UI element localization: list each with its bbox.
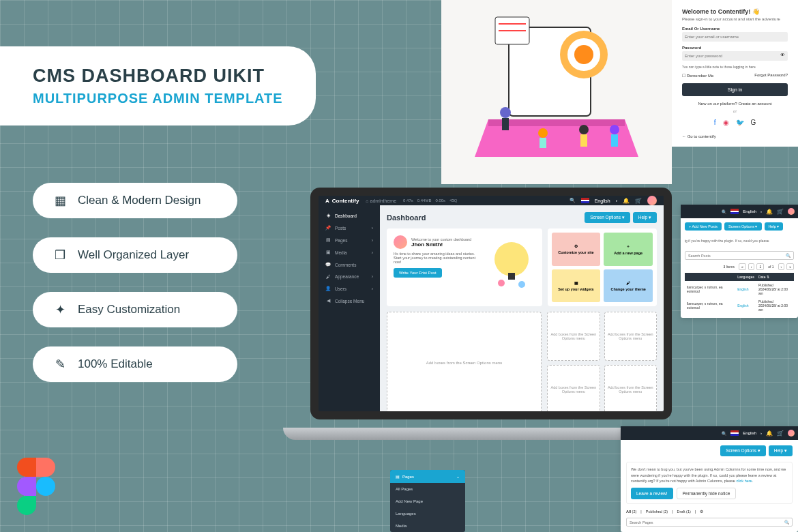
sidebar-item-dashboard[interactable]: ◈Dashboard — [319, 209, 380, 222]
login-title: Welcome to Contentify! 👋 — [682, 8, 788, 15]
help-button[interactable]: Help ▾ — [633, 212, 657, 223]
remember-checkbox[interactable]: ☐ Remember Me — [682, 73, 713, 78]
chevron-right-icon: › — [372, 250, 373, 255]
prev-page[interactable]: ‹ — [748, 263, 755, 270]
feature-label: Clean & Modern Design — [78, 194, 201, 207]
page-num[interactable]: 1 — [756, 263, 764, 270]
stat: 0.00s — [435, 198, 445, 203]
empty-box[interactable]: Add boxes from the Screen Options menu — [604, 365, 657, 414]
tile-customize[interactable]: ⚙Customize your site — [552, 233, 601, 266]
filter-all[interactable]: All (2) — [626, 509, 636, 514]
bell-icon[interactable]: 🔔 — [766, 208, 773, 215]
filter-draft[interactable]: Draft (1) — [677, 509, 691, 514]
avatar[interactable] — [788, 430, 795, 437]
twitter-icon[interactable]: 🐦 — [736, 119, 744, 126]
forgot-link[interactable]: Forgot Password? — [754, 73, 788, 78]
empty-box[interactable]: Add boxes from the Screen Options menu — [604, 312, 657, 361]
tile-add-page[interactable]: ＋Add a new page — [604, 233, 653, 266]
search-icon[interactable]: 🔍 — [784, 520, 789, 524]
leave-review-button[interactable]: Leave a review! — [631, 488, 673, 499]
facebook-icon[interactable]: f — [714, 119, 716, 126]
lang-select[interactable]: English — [743, 209, 756, 213]
dropdown-item[interactable]: Add New Page — [390, 495, 465, 507]
screen-options-button[interactable]: Screen Options ▾ — [724, 222, 761, 231]
stat: 0.47s — [403, 198, 413, 203]
search-pages[interactable]: 🔍 — [626, 518, 793, 527]
svg-point-17 — [498, 280, 505, 286]
next-page[interactable]: › — [778, 263, 785, 270]
sidebar-item-appearance[interactable]: 🖌Appearance› — [319, 271, 380, 282]
empty-box[interactable]: Add boxes from the Screen Options menu — [547, 312, 600, 361]
gear-icon[interactable]: ⚙ — [700, 509, 703, 514]
col-date[interactable]: Date ⇅ — [756, 273, 794, 281]
filter-published[interactable]: Published (2) — [646, 509, 668, 514]
back-link[interactable]: ← Go to contentify — [682, 134, 788, 138]
welcome-avatar — [394, 235, 407, 249]
tile-theme[interactable]: 🖌Change your theme — [604, 269, 653, 302]
cell-lang[interactable]: English — [735, 297, 756, 314]
dropdown-item[interactable]: All Pages — [390, 483, 465, 495]
search-icon[interactable]: 🔍 — [722, 209, 726, 214]
search-icon[interactable]: 🔍 — [786, 253, 790, 258]
sidebar-item-pages[interactable]: ▤Pages› — [319, 234, 380, 246]
email-input[interactable] — [682, 32, 788, 42]
help-button[interactable]: Help ▾ — [769, 445, 793, 456]
svg-point-8 — [500, 107, 511, 118]
sidebar-item-posts[interactable]: 📌Posts› — [319, 222, 380, 234]
chevron-right-icon: › — [372, 274, 373, 279]
cart-icon[interactable]: 🛒 — [777, 208, 784, 215]
svg-point-10 — [538, 128, 548, 138]
search-icon[interactable]: 🔍 — [722, 431, 726, 436]
col-lang[interactable]: Languages — [735, 273, 756, 281]
search-icon[interactable]: 🔍 — [570, 198, 576, 203]
screen-options-button[interactable]: Screen Options ▾ — [585, 212, 630, 223]
cell-text: llamcorper, s rutrum, ea euismod — [685, 297, 735, 314]
welcome-label: Welcome to your custom dashboard — [411, 237, 471, 241]
dropdown-item[interactable]: Media — [390, 520, 465, 532]
add-posts-button[interactable]: + Add New Posts — [685, 222, 722, 231]
empty-box[interactable]: Add boxes from the Screen Options menu — [547, 365, 600, 414]
hide-notice-button[interactable]: Permanently hide notice — [677, 488, 737, 499]
lang-select[interactable]: English — [595, 198, 610, 203]
avatar[interactable] — [788, 208, 795, 215]
chevron-right-icon: › — [372, 226, 373, 231]
google-icon[interactable]: G — [751, 119, 756, 126]
instagram-icon[interactable]: ◉ — [723, 119, 729, 126]
password-input[interactable] — [682, 51, 788, 61]
cart-icon[interactable]: 🛒 — [635, 197, 642, 204]
edit-icon: ✎ — [52, 356, 68, 372]
sidebar-item-comments[interactable]: 💬Comments — [319, 258, 380, 271]
bell-icon[interactable]: 🔔 — [623, 197, 630, 204]
items-count: 3 Items — [722, 264, 737, 269]
posts-table: LanguagesDate ⇅ llamcorper, s rutrum, ea… — [685, 273, 794, 314]
sidebar-item-users[interactable]: 👤Users› — [319, 282, 380, 295]
sidebar: ◈Dashboard 📌Posts› ▤Pages› ▣Media› 💬Comm… — [319, 205, 380, 419]
site-link[interactable]: admintheme — [370, 198, 397, 203]
cart-icon[interactable]: 🛒 — [777, 430, 784, 437]
tile-widgets[interactable]: ▦Set up your widgets — [552, 269, 601, 302]
help-button[interactable]: Help ▾ — [765, 222, 784, 231]
gear-icon: ⚙ — [574, 244, 578, 248]
create-account-link[interactable]: New on our platform? Create an account — [682, 102, 788, 106]
eye-icon[interactable]: 👁 — [780, 53, 785, 57]
last-page[interactable]: » — [786, 263, 794, 270]
dropdown-header[interactable]: ▤Pages⌄ — [390, 470, 465, 483]
screen-options-button[interactable]: Screen Options ▾ — [720, 445, 766, 456]
avatar[interactable] — [647, 196, 657, 205]
cell-lang[interactable]: English — [735, 281, 756, 297]
signin-button[interactable]: Sign in — [682, 83, 788, 96]
email-label: Email Or Username — [682, 27, 788, 31]
first-page[interactable]: « — [739, 263, 746, 270]
sidebar-collapse[interactable]: ◀Collapse Menu — [319, 295, 380, 307]
sidebar-item-media[interactable]: ▣Media› — [319, 246, 380, 258]
write-post-button[interactable]: Write Your Frist Post — [394, 268, 442, 278]
chevron-down-icon: ⌄ — [456, 474, 460, 479]
lang-select[interactable]: English — [743, 431, 756, 435]
click-here-link[interactable]: click here — [736, 479, 752, 483]
dropdown-item[interactable]: Languages — [390, 507, 465, 520]
bell-icon[interactable]: 🔔 — [766, 430, 773, 437]
login-note: You can type a little note to those logg… — [682, 65, 788, 69]
empty-box-large[interactable]: Add boxes from the Screen Options menu — [387, 312, 542, 414]
search-posts[interactable]: 🔍 — [685, 251, 794, 260]
login-panel: Welcome to Contentify! 👋 Please sign-in … — [672, 0, 798, 147]
